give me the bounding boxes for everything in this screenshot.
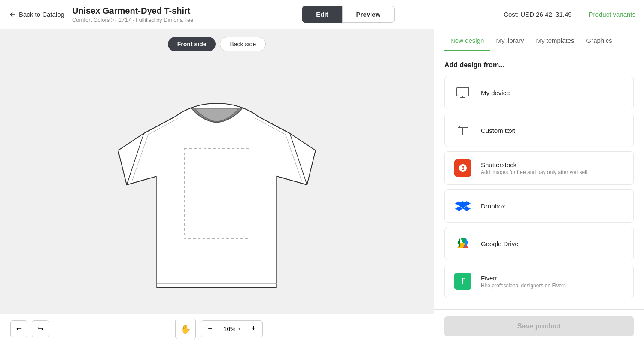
- header: Back to Catalog Unisex Garment-Dyed T-sh…: [0, 0, 644, 29]
- fiverr-desc: Hire professional designers on Fiverr.: [481, 283, 566, 289]
- product-info: Unisex Garment-Dyed T-shirt Comfort Colo…: [72, 6, 193, 23]
- edit-preview-toggle: Edit Preview: [193, 6, 504, 23]
- custom-text-name: Custom text: [481, 127, 515, 134]
- cost-label: Cost: USD 26.42–31.49: [504, 11, 571, 18]
- undo-button[interactable]: ↩: [10, 320, 27, 337]
- dropbox-name: Dropbox: [481, 202, 505, 210]
- device-icon: [453, 83, 472, 102]
- svg-text:T: T: [459, 125, 461, 129]
- product-subtitle: Comfort Colors® · 1717 · Fulfilled by Di…: [72, 17, 193, 23]
- back-label: Back to Catalog: [19, 11, 64, 18]
- save-product-button: Save product: [444, 316, 634, 336]
- fiverr-option[interactable]: f Fiverr Hire professional designers on …: [444, 265, 634, 298]
- tab-my-templates[interactable]: My templates: [530, 29, 580, 51]
- shutterstock-text: Shutterstock Add images for free and pay…: [481, 161, 589, 175]
- canvas-area: Front side Back side: [0, 29, 434, 343]
- zoom-percentage: 16%: [223, 325, 235, 332]
- tab-new-design[interactable]: New design: [444, 29, 490, 51]
- dropbox-option[interactable]: Dropbox: [444, 189, 634, 223]
- custom-text-text: Custom text: [481, 127, 515, 134]
- zoom-controls: ✋ − 16% ▾ +: [175, 319, 262, 339]
- front-side-tab[interactable]: Front side: [168, 37, 216, 51]
- shutterstock-icon: [453, 159, 472, 178]
- hand-tool-button[interactable]: ✋: [175, 319, 196, 339]
- zoom-in-button[interactable]: +: [245, 320, 262, 337]
- fiverr-icon: f: [453, 272, 472, 291]
- edit-button[interactable]: Edit: [302, 6, 342, 23]
- side-tabs: Front side Back side: [0, 29, 434, 56]
- product-variants-link[interactable]: Product variants: [589, 11, 635, 18]
- google-drive-icon: [453, 234, 472, 253]
- shutterstock-name: Shutterstock: [481, 161, 589, 168]
- tshirt-canvas[interactable]: [0, 56, 434, 314]
- my-device-name: My device: [481, 89, 510, 96]
- preview-button[interactable]: Preview: [342, 6, 395, 23]
- zoom-control-group: − 16% ▾ +: [201, 320, 262, 337]
- back-to-catalog-button[interactable]: Back to Catalog: [9, 7, 64, 22]
- shutterstock-option[interactable]: Shutterstock Add images for free and pay…: [444, 151, 634, 185]
- add-design-label: Add design from...: [444, 61, 634, 69]
- header-right: Cost: USD 26.42–31.49 Product variants: [504, 11, 635, 18]
- fiverr-text: Fiverr Hire professional designers on Fi…: [481, 274, 566, 289]
- undo-redo-controls: ↩ ↪: [10, 320, 49, 337]
- google-drive-text: Google Drive: [481, 240, 519, 247]
- main-content: Front side Back side: [0, 29, 644, 343]
- tab-graphics[interactable]: Graphics: [580, 29, 618, 51]
- custom-text-option[interactable]: T Custom text: [444, 114, 634, 147]
- tab-my-library[interactable]: My library: [490, 29, 530, 51]
- shutterstock-logo: [454, 159, 471, 177]
- fiverr-logo: f: [454, 273, 471, 290]
- panel-tabs: New design My library My templates Graph…: [434, 29, 644, 51]
- zoom-chevron-icon: ▾: [238, 326, 240, 331]
- save-product-area: Save product: [434, 309, 644, 343]
- google-drive-name: Google Drive: [481, 240, 519, 247]
- custom-text-icon: T: [453, 121, 472, 140]
- zoom-value[interactable]: 16% ▾: [219, 325, 245, 332]
- back-side-tab[interactable]: Back side: [220, 37, 266, 51]
- arrow-left-icon: [9, 11, 16, 18]
- dropbox-text: Dropbox: [481, 202, 505, 210]
- zoom-out-button[interactable]: −: [201, 320, 219, 337]
- my-device-text: My device: [481, 89, 510, 96]
- fiverr-name: Fiverr: [481, 274, 566, 282]
- redo-button[interactable]: ↪: [32, 320, 49, 337]
- google-drive-option[interactable]: Google Drive: [444, 227, 634, 260]
- panel-content: Add design from... My device: [434, 51, 644, 309]
- dropbox-icon: [453, 196, 472, 215]
- svg-rect-1: [457, 87, 469, 96]
- my-device-option[interactable]: My device: [444, 76, 634, 109]
- canvas-toolbar: ↩ ↪ ✋ − 16% ▾ +: [0, 314, 434, 343]
- right-panel: New design My library My templates Graph…: [434, 29, 644, 343]
- shutterstock-desc: Add images for free and pay only after y…: [481, 169, 589, 175]
- tshirt-illustration: [105, 65, 328, 305]
- product-title: Unisex Garment-Dyed T-shirt: [72, 6, 193, 16]
